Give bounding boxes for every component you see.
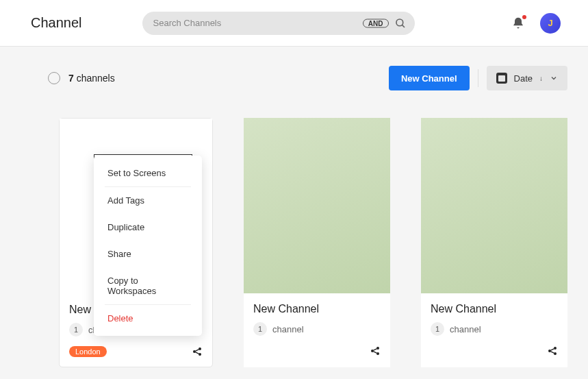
menu-copy-to-workspaces[interactable]: Copy to Workspaces [94,267,202,304]
notifications-button[interactable] [511,16,525,30]
menu-share[interactable]: Share [94,241,202,267]
card-meta-text: channel [450,324,481,334]
channel-count: 7 channels [68,73,115,84]
svg-line-1 [402,25,405,27]
card-body: New Channel 1 channel [421,293,567,343]
svg-line-15 [551,349,554,350]
chevron-down-icon [550,74,558,82]
content: 7 channels New Channel Date ↓ New [0,47,588,367]
calendar-icon [496,73,507,84]
card-title: New Channel [431,303,558,315]
share-button[interactable] [547,345,558,356]
sort-label: Date [514,73,533,84]
context-menu: Set to Screens Add Tags Duplicate Share … [94,156,202,336]
divider [478,69,478,87]
card-meta-text: channel [272,324,304,334]
share-icon [370,345,381,356]
share-icon [547,345,558,356]
notification-dot-icon [522,15,526,19]
share-button[interactable] [370,345,381,356]
svg-line-10 [374,349,377,350]
card-count: 1 [431,322,444,336]
svg-line-5 [196,350,199,351]
sort-button[interactable]: Date ↓ [487,66,567,90]
new-channel-button[interactable]: New Channel [389,66,470,90]
svg-line-11 [374,352,377,353]
tag-pill[interactable]: London [69,346,107,357]
card-count: 1 [69,323,83,337]
avatar[interactable]: J [540,13,561,34]
card-preview [421,118,567,293]
menu-duplicate[interactable]: Duplicate [94,214,202,241]
channel-grid: New 1 ch London Set to Screens Add Tags … [59,118,567,367]
card-meta: 1 channel [431,322,558,336]
page-title: Channel [31,15,82,31]
search-container: AND [142,12,415,35]
card-count: 1 [253,322,267,336]
channel-card[interactable]: New Channel 1 channel [421,118,567,367]
card-meta: 1 channel [253,322,381,336]
card-footer: London [60,343,212,367]
card-footer [421,343,567,366]
channel-card[interactable]: New Channel 1 channel [244,118,390,367]
search-icon[interactable] [394,17,407,29]
card-title: New Channel [253,303,381,315]
svg-line-6 [196,352,199,354]
share-button[interactable] [192,346,203,357]
menu-delete[interactable]: Delete [94,305,202,332]
select-all-checkbox[interactable] [48,72,60,84]
avatar-initial: J [548,18,552,28]
toolbar: 7 channels New Channel Date ↓ [48,66,567,90]
header: Channel AND J [0,0,588,47]
sort-direction-icon: ↓ [539,75,543,82]
card-footer [244,343,390,366]
svg-point-0 [396,19,403,26]
svg-line-16 [551,352,554,353]
share-icon [192,346,203,357]
card-preview [244,118,390,293]
and-toggle-badge[interactable]: AND [363,19,389,27]
menu-add-tags[interactable]: Add Tags [94,187,202,214]
menu-set-to-screens[interactable]: Set to Screens [94,160,202,186]
card-body: New Channel 1 channel [244,293,390,343]
header-right: J [511,13,561,34]
channel-card[interactable]: New 1 ch London Set to Screens Add Tags … [59,118,213,367]
toolbar-right: New Channel Date ↓ [389,66,567,90]
